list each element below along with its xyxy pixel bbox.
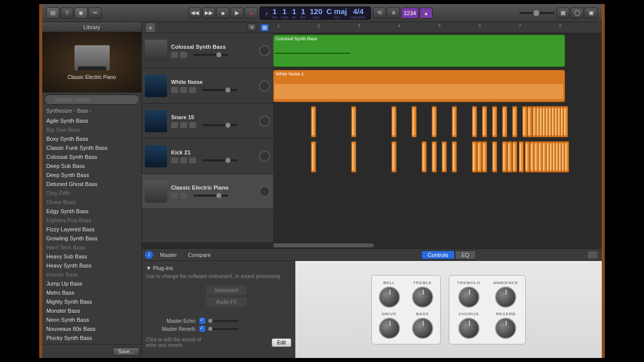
audio-region[interactable]: [422, 141, 427, 172]
mute-button[interactable]: [171, 193, 178, 199]
preset-item[interactable]: Nouveaux 80s Bass: [42, 324, 141, 333]
info-button[interactable]: i: [145, 251, 153, 259]
preset-item[interactable]: Deep Synth Bass: [42, 170, 141, 179]
preset-item[interactable]: Metro Bass: [42, 288, 141, 297]
rec-enable[interactable]: [189, 87, 196, 93]
play-button[interactable]: ▶: [230, 8, 244, 19]
audio-region[interactable]: [412, 106, 417, 137]
pan-knob[interactable]: [259, 116, 270, 127]
audiofx-slot[interactable]: Audio FX: [206, 297, 247, 307]
stop-button[interactable]: ■: [216, 8, 229, 19]
preset-item[interactable]: Heavy Synth Bass: [42, 261, 141, 270]
amp-knob-ambience[interactable]: [495, 287, 516, 308]
pan-knob[interactable]: [259, 80, 270, 92]
mute-button[interactable]: [171, 52, 178, 58]
tab-eq[interactable]: EQ: [455, 250, 476, 259]
audio-region[interactable]: [472, 141, 477, 172]
preset-item[interactable]: Jump Up Bass: [42, 279, 141, 288]
cycle-button[interactable]: ⟲: [373, 8, 386, 19]
pan-knob[interactable]: [259, 45, 270, 56]
master-volume[interactable]: [519, 12, 554, 14]
preset-item[interactable]: Monster Bass: [42, 306, 141, 315]
solo-button[interactable]: [180, 87, 187, 93]
track-header[interactable]: White Noise: [142, 68, 273, 104]
amp-knob-reverb[interactable]: [495, 318, 516, 339]
audio-region[interactable]: [522, 106, 527, 137]
audio-region[interactable]: [391, 141, 396, 172]
tab-controls[interactable]: Controls: [421, 250, 455, 259]
audio-region[interactable]: [525, 141, 530, 172]
audio-region[interactable]: [527, 106, 532, 137]
breadcrumb[interactable]: Synthesizer › Bass ›: [42, 107, 141, 115]
record-button[interactable]: ●: [245, 8, 258, 19]
rec-enable[interactable]: [189, 157, 196, 163]
horizontal-scrollbar[interactable]: [142, 242, 602, 248]
tuner-button[interactable]: ⋔: [387, 8, 400, 19]
audio-region[interactable]: [512, 106, 517, 137]
preset-item[interactable]: Divine Bass: [42, 198, 141, 207]
preset-item[interactable]: Edgy Synth Bass: [42, 207, 141, 216]
track-header[interactable]: Snare 15: [142, 104, 273, 139]
forward-button[interactable]: ▶▶: [202, 8, 215, 19]
audio-region[interactable]: [351, 141, 356, 172]
preset-item[interactable]: Growling Synth Bass: [42, 234, 141, 243]
rec-enable[interactable]: [189, 122, 196, 128]
preset-item[interactable]: Neon Synth Bass: [42, 315, 141, 324]
add-track-button[interactable]: +: [146, 23, 155, 32]
count-in-button[interactable]: 1234: [401, 8, 418, 19]
save-button[interactable]: Save...: [113, 347, 139, 356]
audio-region[interactable]: [351, 106, 356, 137]
preset-item[interactable]: Big Saw Bass: [42, 125, 141, 134]
volume-slider[interactable]: [202, 159, 237, 161]
mute-button[interactable]: [171, 87, 178, 93]
echo-slider[interactable]: [208, 320, 238, 322]
plugins-header[interactable]: ▼ Plug-ins: [146, 265, 291, 271]
amp-knob-bass[interactable]: [412, 318, 433, 339]
pan-knob[interactable]: [259, 151, 270, 162]
quick-help-toggle[interactable]: ?: [60, 8, 73, 19]
preset-item[interactable]: Plucky Synth Bass: [42, 333, 141, 342]
preset-item[interactable]: Deep Sub Bass: [42, 161, 141, 170]
instrument-slot[interactable]: Instrument: [206, 286, 247, 295]
audio-region[interactable]: [452, 106, 457, 137]
notepad-toggle[interactable]: ▦: [556, 8, 570, 19]
audio-region[interactable]: [482, 106, 487, 137]
audio-region[interactable]: [492, 141, 497, 172]
midi-region[interactable]: Colossal Synth Bass: [273, 35, 565, 67]
track-header[interactable]: Kick 21: [142, 139, 273, 174]
audio-region[interactable]: [477, 141, 482, 172]
audio-region[interactable]: [563, 106, 568, 137]
solo-button[interactable]: [180, 157, 187, 163]
audio-region[interactable]: White Noise.1: [273, 70, 565, 102]
ruler[interactable]: 12345678: [273, 22, 602, 33]
preset-item[interactable]: Hard Tech Bass: [42, 243, 141, 252]
audio-region[interactable]: [452, 141, 457, 172]
editors-toggle[interactable]: ✂: [89, 8, 102, 19]
smart-controls-toggle[interactable]: ◉: [74, 8, 88, 19]
volume-slider[interactable]: [202, 89, 237, 91]
audio-region[interactable]: [432, 106, 437, 137]
loops-toggle[interactable]: ◯: [571, 8, 584, 19]
audio-region[interactable]: [472, 106, 477, 137]
metronome-button[interactable]: ▲: [420, 8, 433, 19]
pan-knob[interactable]: [259, 186, 270, 197]
track-header[interactable]: Classic Electric Piano: [142, 174, 273, 209]
audio-region[interactable]: [512, 141, 517, 172]
amp-knob-treble[interactable]: [412, 287, 433, 308]
audio-region[interactable]: [391, 106, 396, 137]
preset-item[interactable]: Eighties Pop Bass: [42, 216, 141, 225]
media-toggle[interactable]: ▣: [585, 8, 598, 19]
preset-item[interactable]: Detuned Ghost Bass: [42, 179, 141, 189]
amp-knob-bell[interactable]: [379, 287, 400, 308]
audio-region[interactable]: [311, 106, 316, 137]
preset-item[interactable]: Agile Synth Bass: [42, 116, 141, 125]
mute-button[interactable]: [171, 157, 178, 163]
amp-knob-tremolo[interactable]: [458, 287, 479, 308]
lcd-display[interactable]: ♪ 1bar 1beat 1div 1tick 120bpm C majkey …: [260, 7, 371, 20]
rewind-button[interactable]: ◀◀: [188, 8, 201, 19]
tab-compare[interactable]: Compare: [184, 251, 215, 259]
automation-toggle[interactable]: ⤨: [247, 24, 256, 32]
volume-slider[interactable]: [202, 124, 237, 126]
preset-item[interactable]: Boxy Synth Bass: [42, 134, 141, 143]
echo-checkbox[interactable]: [199, 318, 205, 324]
